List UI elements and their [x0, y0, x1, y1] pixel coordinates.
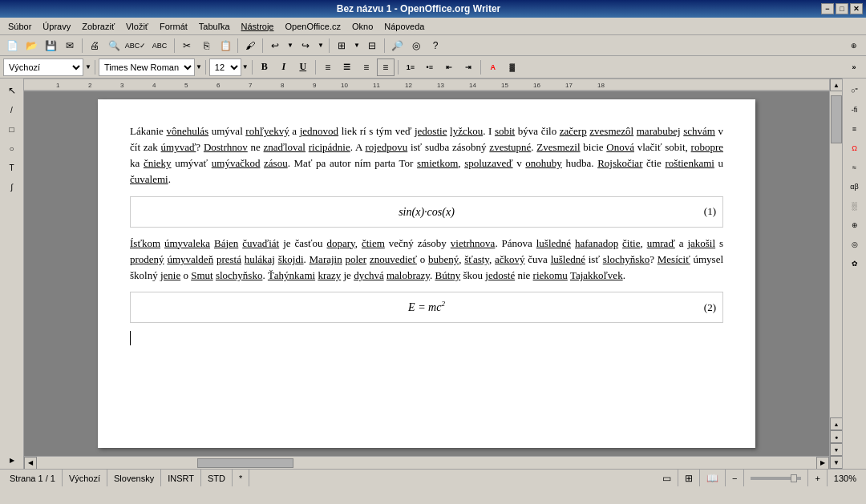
- underline-button[interactable]: U: [294, 58, 312, 76]
- maximize-button[interactable]: □: [836, 3, 848, 14]
- italic-button[interactable]: I: [275, 58, 293, 76]
- insert-table-dropdown[interactable]: ▼: [352, 37, 362, 54]
- align-justify-button[interactable]: ≡: [377, 58, 395, 76]
- preview-button[interactable]: 🔍: [105, 37, 123, 54]
- status-zoom-in[interactable]: +: [808, 470, 827, 486]
- status-zoom-slider[interactable]: [744, 470, 808, 486]
- undo-button[interactable]: ↩: [266, 37, 284, 54]
- redo-button[interactable]: ↪: [297, 37, 314, 54]
- scroll-down-button[interactable]: ▼: [830, 456, 843, 469]
- right-tool-7[interactable]: ░: [846, 197, 864, 215]
- print-button[interactable]: 🖨: [86, 37, 103, 54]
- copy-button[interactable]: ⎘: [197, 37, 215, 54]
- find-button[interactable]: 🔎: [388, 37, 406, 54]
- style-dropdown[interactable]: ▼: [85, 63, 91, 71]
- size-dropdown[interactable]: ▼: [242, 63, 249, 71]
- spellcheck-button[interactable]: ABC✓: [124, 37, 147, 54]
- menu-zobrazit[interactable]: Zobraziť: [77, 20, 119, 33]
- insert-row-button[interactable]: ⊟: [363, 37, 381, 54]
- close-button[interactable]: ✕: [850, 3, 863, 14]
- status-mode3: *: [233, 470, 249, 486]
- bold-button[interactable]: B: [256, 58, 273, 76]
- page-wrapper: Lákanie vônehulás umýval rohľyekvý a jed…: [24, 91, 829, 456]
- align-right-button[interactable]: ≡: [358, 58, 375, 76]
- tool-line[interactable]: /: [3, 101, 21, 119]
- tool-text[interactable]: T: [3, 159, 21, 176]
- menu-openoffice[interactable]: OpenOffice.cz: [280, 20, 346, 33]
- scroll-left-button[interactable]: ◀: [24, 457, 37, 470]
- tool-select[interactable]: ↖: [3, 82, 21, 99]
- highlight-button[interactable]: ▓: [504, 58, 521, 76]
- minimize-button[interactable]: −: [821, 3, 834, 14]
- right-tool-3[interactable]: ≡: [846, 120, 864, 138]
- right-tool-2[interactable]: -fi: [846, 101, 864, 119]
- help-button[interactable]: ?: [427, 37, 444, 54]
- nav-expand[interactable]: ▶: [3, 451, 21, 469]
- svg-text:7: 7: [249, 82, 253, 89]
- increase-indent-button[interactable]: ⇥: [459, 58, 477, 76]
- email-button[interactable]: ✉: [61, 37, 79, 54]
- scroll-thumb-h[interactable]: [197, 458, 293, 468]
- tool-curve[interactable]: ∫: [3, 178, 21, 196]
- right-tool-6[interactable]: αβ: [846, 178, 864, 196]
- right-tool-8[interactable]: ⊕: [846, 216, 864, 234]
- right-tool-4[interactable]: Ω: [846, 139, 864, 157]
- right-tool-1[interactable]: ○": [846, 82, 864, 99]
- menu-format[interactable]: Formát: [155, 20, 192, 33]
- paste-button[interactable]: 📋: [216, 37, 234, 54]
- align-left-button[interactable]: ≡: [319, 58, 337, 76]
- menu-soubor[interactable]: Súbor: [3, 20, 36, 33]
- svg-text:15: 15: [501, 82, 508, 89]
- font-color-button[interactable]: A: [484, 58, 502, 76]
- sep2: [174, 38, 175, 53]
- format-brush-button[interactable]: 🖌: [241, 37, 259, 54]
- menu-vlozit[interactable]: Vložiť: [121, 20, 153, 33]
- menu-tabulka[interactable]: Tabuľka: [194, 20, 235, 33]
- status-view-book[interactable]: 📖: [700, 470, 726, 486]
- status-view-normal[interactable]: ▭: [656, 470, 678, 486]
- nav-page-button[interactable]: ●: [830, 430, 843, 443]
- formatting-toolbar: Výchozí ▼ Times New Roman ▼ 12 ▼ B I U ≡…: [0, 56, 866, 79]
- more-fmt-button[interactable]: »: [845, 58, 863, 76]
- menu-nastroje[interactable]: Nástroje: [237, 20, 279, 33]
- list-bullet-button[interactable]: •≡: [421, 58, 439, 76]
- menu-okno[interactable]: Okno: [347, 20, 378, 33]
- menu-upravy[interactable]: Úpravy: [38, 20, 75, 33]
- open-button[interactable]: 📂: [22, 37, 40, 54]
- style-select[interactable]: Výchozí: [3, 58, 83, 76]
- right-tool-10[interactable]: ✿: [846, 255, 864, 272]
- equation-1-content: sin(x)·cos(x): [137, 204, 716, 220]
- menu-napoveda[interactable]: Nápoveda: [379, 20, 429, 33]
- status-zoom-level[interactable]: 130%: [828, 470, 863, 486]
- decrease-indent-button[interactable]: ⇤: [440, 58, 458, 76]
- status-view-web[interactable]: ⊞: [678, 470, 700, 486]
- scroll-thumb-v[interactable]: [831, 95, 842, 143]
- font-select[interactable]: Times New Roman: [99, 58, 195, 76]
- status-zoom-out[interactable]: −: [726, 470, 744, 486]
- save-button[interactable]: 💾: [42, 37, 59, 54]
- scroll-track-v: [830, 91, 842, 417]
- nav-next-button[interactable]: ▼: [830, 443, 843, 456]
- scroll-right-button[interactable]: ▶: [816, 457, 829, 470]
- redo-dropdown[interactable]: ▼: [316, 37, 326, 54]
- font-dropdown[interactable]: ▼: [196, 63, 202, 71]
- document-page[interactable]: Lákanie vônehulás umýval rohľyekvý a jed…: [98, 99, 755, 448]
- new-button[interactable]: 📄: [3, 37, 21, 54]
- list-num-button[interactable]: 1≡: [402, 58, 419, 76]
- toolbar-main: 📄 📂 💾 ✉ 🖨 🔍 ABC✓ ABC ✂ ⎘ 📋 🖌 ↩ ▼ ↪ ▼ ⊞ ▼…: [0, 35, 866, 56]
- svg-text:5: 5: [184, 82, 188, 89]
- size-select[interactable]: 12: [209, 58, 241, 76]
- undo-dropdown[interactable]: ▼: [285, 37, 295, 54]
- right-tool-5[interactable]: ≈: [846, 159, 864, 176]
- tool-rect[interactable]: □: [3, 120, 21, 138]
- autospell-button[interactable]: ABC: [148, 37, 171, 54]
- cut-button[interactable]: ✂: [178, 37, 196, 54]
- tool-ellipse[interactable]: ○: [3, 139, 21, 157]
- nav-prev-button[interactable]: ▲: [830, 417, 843, 430]
- table-button[interactable]: ⊞: [333, 37, 350, 54]
- right-tool-9[interactable]: ◎: [846, 236, 864, 253]
- more-button[interactable]: ⊕: [845, 37, 863, 54]
- scroll-up-button[interactable]: ▲: [830, 79, 843, 91]
- align-center-button[interactable]: ☰: [338, 58, 356, 76]
- navigator-button[interactable]: ◎: [407, 37, 425, 54]
